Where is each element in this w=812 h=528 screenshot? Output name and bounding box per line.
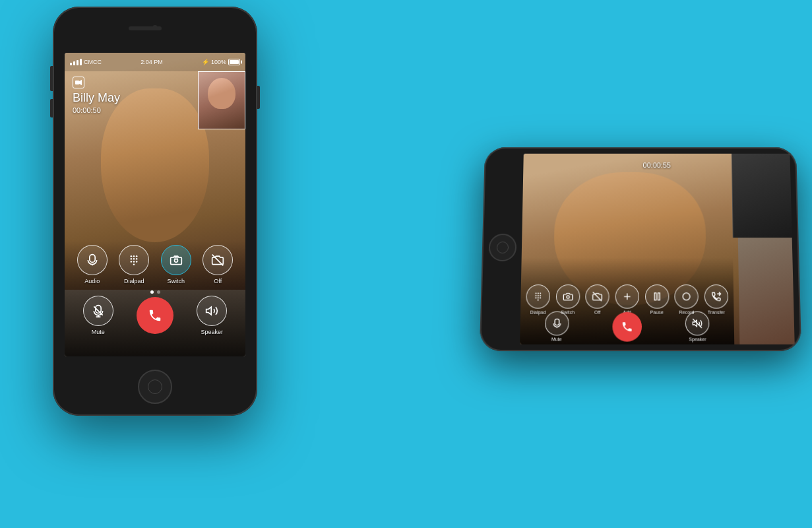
svg-point-19 xyxy=(536,295,537,296)
speaker-back-btn[interactable] xyxy=(685,312,710,336)
audio-control[interactable]: Audio xyxy=(77,245,108,284)
add-back-btn[interactable] xyxy=(615,284,639,308)
carrier-label: CMCC xyxy=(84,59,102,65)
pause-back-btn[interactable] xyxy=(645,284,669,308)
switch-label: Switch xyxy=(167,278,185,284)
page-dot-2 xyxy=(157,290,160,294)
front-phone: CMCC 2:04 PM ⚡ 100% xyxy=(53,7,257,416)
svg-point-5 xyxy=(131,258,133,260)
dialpad-back-btn[interactable] xyxy=(526,284,551,308)
svg-point-21 xyxy=(540,295,541,296)
svg-point-32 xyxy=(683,293,690,300)
end-call-back-button[interactable] xyxy=(612,312,642,341)
signal-bar-3 xyxy=(77,60,78,65)
end-call-icon xyxy=(148,308,162,323)
battery-fill xyxy=(230,60,239,64)
speaker-label: Speaker xyxy=(201,329,224,335)
switch-back[interactable]: Switch xyxy=(555,284,580,315)
video-feed-front: CMCC 2:04 PM ⚡ 100% xyxy=(65,53,245,356)
mute-button[interactable] xyxy=(83,296,113,326)
dialpad-back[interactable]: Dialpad xyxy=(526,284,550,315)
pause-back[interactable]: Pause xyxy=(645,284,669,315)
add-back[interactable]: Add xyxy=(615,284,639,315)
page-indicators xyxy=(150,290,160,294)
dialpad-button[interactable] xyxy=(119,245,149,275)
mute-back-btn[interactable] xyxy=(545,312,569,336)
transfer-icon xyxy=(710,291,721,302)
camera-off-label: Off xyxy=(214,278,222,284)
svg-marker-1 xyxy=(79,80,82,85)
switch-camera-icon xyxy=(170,253,183,267)
earpiece-speaker xyxy=(129,26,162,30)
svg-point-16 xyxy=(536,293,537,294)
switch-back-btn[interactable] xyxy=(556,284,580,308)
svg-point-26 xyxy=(567,296,569,298)
status-bar-front: CMCC 2:04 PM ⚡ 100% xyxy=(65,53,245,71)
end-call-back-icon xyxy=(621,320,633,332)
back-phone: 00:00:55 xyxy=(480,147,801,351)
audio-label: Audio xyxy=(84,278,100,284)
controls-row-1: Audio Dialpad xyxy=(65,241,245,288)
mute-back[interactable]: Mute xyxy=(544,312,569,342)
svg-point-4 xyxy=(136,255,138,257)
svg-point-25 xyxy=(538,300,539,301)
speaker-button[interactable] xyxy=(197,296,227,326)
svg-point-18 xyxy=(540,293,541,294)
record-back-btn[interactable] xyxy=(674,284,699,308)
battery-indicator xyxy=(228,59,240,65)
signal-bar-4 xyxy=(80,59,82,65)
svg-point-9 xyxy=(133,261,135,263)
mute-icon xyxy=(92,304,105,317)
switch-back-icon xyxy=(563,291,573,302)
record-back[interactable]: Record xyxy=(674,284,699,315)
camera-off-back-btn[interactable] xyxy=(586,284,610,308)
svg-point-6 xyxy=(133,258,135,260)
home-button-front[interactable] xyxy=(138,370,172,404)
dialpad-control[interactable]: Dialpad xyxy=(119,245,149,284)
transfer-back-btn[interactable] xyxy=(704,284,728,308)
speaker-icon xyxy=(205,304,218,317)
camera-off-control[interactable]: Off xyxy=(203,245,233,284)
volume-down-button[interactable] xyxy=(50,99,53,117)
page-dot-1 xyxy=(150,290,154,294)
signal-icon xyxy=(70,59,82,65)
home-button-back[interactable] xyxy=(488,234,516,261)
bluetooth-icon: ⚡ xyxy=(202,59,209,65)
mute-control[interactable]: Mute xyxy=(83,296,113,335)
call-info-overlay: Billy May 00:00:50 xyxy=(65,71,245,119)
silent-switch[interactable] xyxy=(50,66,53,78)
call-type-icon xyxy=(73,77,84,88)
svg-point-11 xyxy=(133,264,135,266)
battery-info: ⚡ 100% xyxy=(202,59,240,65)
bottom-controls-row: Mute xyxy=(65,296,245,335)
swatch-badge: Swatch xyxy=(257,323,279,331)
camera-off-back[interactable]: Off xyxy=(585,284,609,315)
signal-bar-1 xyxy=(70,63,72,65)
video-feed-back: 00:00:55 xyxy=(520,154,795,345)
signal-bar-2 xyxy=(73,61,75,65)
svg-point-10 xyxy=(136,261,138,263)
camera-off-icon xyxy=(211,253,224,267)
battery-label: 100% xyxy=(211,59,226,65)
camera-off-button[interactable] xyxy=(203,245,233,275)
power-button[interactable] xyxy=(257,86,260,109)
mute-back-label: Mute xyxy=(551,337,562,341)
switch-camera-control[interactable]: Switch xyxy=(161,245,191,284)
svg-point-2 xyxy=(131,255,133,257)
svg-point-3 xyxy=(133,255,135,257)
camera-off-back-icon xyxy=(592,291,603,302)
speaker-control[interactable]: Speaker xyxy=(197,296,227,335)
audio-button[interactable] xyxy=(77,245,108,275)
time-display: 2:04 PM xyxy=(141,59,163,65)
controls-area-back: Dialpad Switch xyxy=(520,257,734,344)
speaker-back-icon xyxy=(692,318,703,329)
svg-point-7 xyxy=(136,258,138,260)
transfer-back[interactable]: Transfer xyxy=(704,284,728,315)
switch-camera-button[interactable] xyxy=(161,245,191,275)
end-call-button[interactable] xyxy=(137,297,173,334)
audio-icon xyxy=(86,253,99,267)
speaker-back[interactable]: Speaker xyxy=(685,312,710,342)
svg-point-17 xyxy=(538,293,539,294)
add-icon xyxy=(622,291,633,302)
dialpad-back-icon xyxy=(533,291,544,302)
